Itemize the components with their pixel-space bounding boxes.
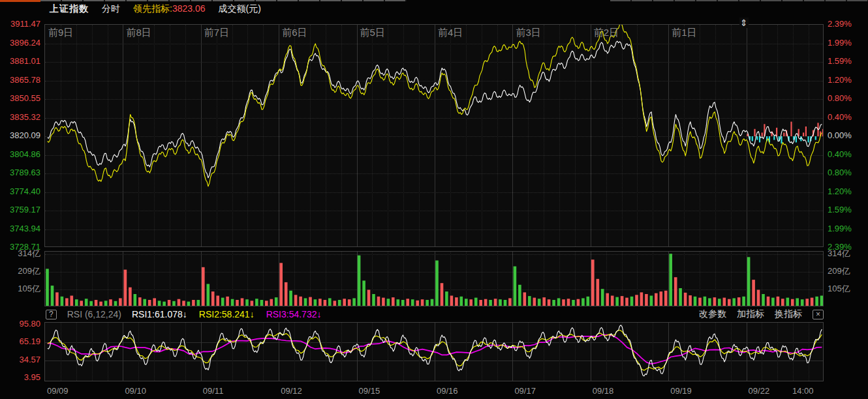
bar (51, 286, 54, 306)
percent-axis-label: 1.99% (828, 38, 852, 48)
chart-header: 上证指数 分时 领先指标:3823.06 成交额(元) (50, 3, 261, 15)
chart-canvas[interactable] (45, 323, 823, 381)
bar (538, 299, 541, 306)
rsi-close-button[interactable]: × (813, 310, 824, 319)
bar (358, 256, 361, 306)
rsi-chart-pane[interactable] (44, 322, 824, 381)
bar (805, 299, 809, 306)
bar (689, 295, 692, 306)
bar (294, 295, 298, 306)
chart-canvas[interactable] (45, 252, 823, 306)
bar (796, 298, 799, 306)
leading-indicator-value: 3823.06 (172, 3, 206, 14)
bar (572, 300, 575, 306)
volume-axis-label: 314亿 (828, 248, 850, 259)
bar (138, 297, 142, 306)
price-axis-label: 3911.47 (1, 19, 40, 29)
time-axis-label: 14:00 (792, 386, 814, 396)
rsi-axis-label: 95.80 (1, 319, 40, 329)
rsi-axis-label: 3.95 (1, 372, 40, 383)
rsi-legend-group: ? RSI (6,12,24) RSI1:61.078↓RSI2:58.241↓… (46, 309, 321, 319)
bar (289, 291, 292, 306)
bar (275, 297, 278, 306)
top-scrollbar-accent[interactable] (0, 0, 40, 2)
bar (474, 298, 478, 306)
bar (723, 298, 726, 306)
bar (377, 297, 380, 306)
price-chart-pane[interactable] (44, 24, 824, 247)
chart-canvas[interactable] (45, 25, 823, 246)
bar (304, 298, 307, 306)
bar (445, 291, 448, 306)
bar (352, 298, 356, 306)
bar (815, 136, 816, 140)
mode-tab-minute[interactable]: 分时 (102, 3, 120, 15)
bar (406, 299, 409, 306)
bar (416, 301, 419, 306)
bar (114, 301, 117, 306)
bar (143, 299, 146, 306)
price-axis-label: 3850.55 (1, 93, 40, 104)
bar (104, 301, 108, 306)
bar (684, 293, 687, 306)
bar (367, 290, 371, 306)
day-label: 前9日 (48, 27, 73, 39)
bar (679, 288, 682, 306)
rsi-help-button[interactable]: ? (46, 310, 57, 319)
volume-chart-pane[interactable] (44, 251, 824, 306)
rsi-legend-item: RSI3:54.732↓ (266, 309, 322, 319)
bar (791, 299, 794, 306)
bar (548, 299, 551, 306)
bar (324, 300, 327, 306)
bar (109, 299, 112, 306)
bar (465, 299, 468, 306)
top-scrollbar-left[interactable] (40, 0, 407, 1)
bar (187, 302, 191, 306)
bar (260, 300, 264, 306)
bar (597, 279, 600, 306)
top-scrollbar-right[interactable] (610, 0, 868, 1)
rsi-action-buttons: 改参数加指标换指标 (699, 308, 802, 320)
bar (783, 132, 784, 136)
rsi-action-换指标[interactable]: 换指标 (775, 308, 802, 320)
day-label: 前5日 (360, 27, 385, 39)
bar (450, 296, 454, 306)
bar (270, 299, 273, 306)
bar (401, 300, 405, 306)
bar (567, 299, 570, 306)
pane-resize-handle-icon[interactable]: ⇕ (739, 18, 749, 28)
price-axis-label: 3743.94 (1, 224, 40, 234)
bar (708, 298, 711, 306)
bar (216, 296, 219, 306)
day-label: 前4日 (438, 27, 463, 39)
percent-axis-label: 2.39% (828, 19, 852, 29)
bar (119, 298, 122, 306)
symbol-name: 上证指数 (50, 3, 89, 15)
bar (762, 132, 763, 136)
bar (479, 300, 482, 306)
rsi-action-改参数[interactable]: 改参数 (699, 308, 726, 320)
bar (343, 299, 346, 306)
percent-axis-label: 0.40% (828, 149, 852, 160)
bar (694, 297, 697, 306)
bar (455, 297, 458, 306)
bar (362, 280, 365, 306)
volume-axis-label: 105亿 (1, 284, 40, 294)
bar (542, 297, 546, 306)
bar (421, 299, 424, 306)
bar (134, 294, 137, 306)
bar (611, 296, 614, 306)
bar (504, 300, 507, 306)
rsi-action-加指标[interactable]: 加指标 (737, 308, 764, 320)
bar (245, 299, 249, 306)
bar (255, 299, 258, 306)
bar (382, 298, 385, 306)
bar (178, 299, 181, 306)
bar (523, 292, 527, 306)
bar (533, 298, 536, 306)
volume-axis-label: 209亿 (828, 266, 850, 276)
bar (756, 136, 758, 140)
bar (231, 299, 234, 306)
volume-axis-label: 314亿 (1, 248, 40, 259)
bar (285, 282, 288, 306)
